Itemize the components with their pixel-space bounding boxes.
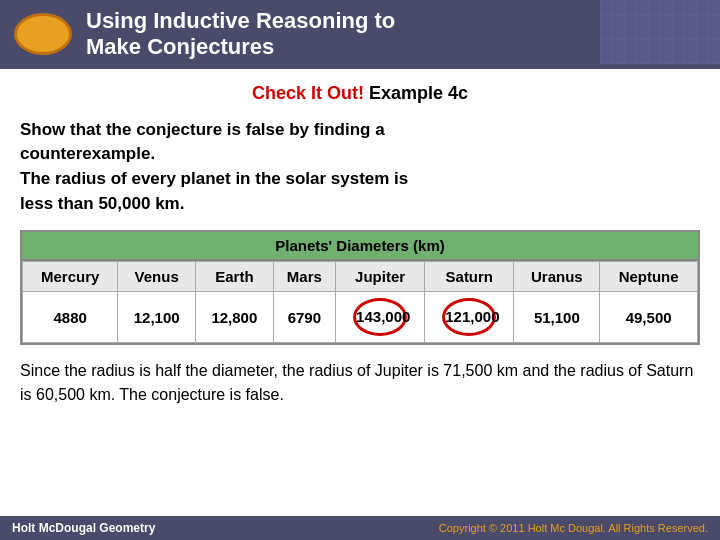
val-jupiter: 143,000 xyxy=(336,292,425,343)
col-venus: Venus xyxy=(118,262,196,292)
problem-line3: The radius of every planet in the solar … xyxy=(20,169,408,188)
footer-right: Copyright © 2011 Holt Mc Dougal. All Rig… xyxy=(439,522,708,534)
subheader: Check It Out! Example 4c xyxy=(20,83,700,104)
footer: Holt McDougal Geometry Copyright © 2011 … xyxy=(0,516,720,540)
check-label: Check It Out! xyxy=(252,83,364,103)
planets-table-container: Planets' Diameters (km) Mercury Venus Ea… xyxy=(20,230,700,345)
val-neptune: 49,500 xyxy=(600,292,698,343)
footer-left: Holt McDougal Geometry xyxy=(12,521,155,535)
val-uranus: 51,100 xyxy=(514,292,600,343)
problem-line4: less than 50,000 km. xyxy=(20,194,184,213)
header-title: Using Inductive Reasoning to Make Conjec… xyxy=(86,8,395,61)
content: Check It Out! Example 4c Show that the c… xyxy=(0,69,720,426)
table-title: Planets' Diameters (km) xyxy=(22,232,698,261)
val-venus: 12,100 xyxy=(118,292,196,343)
problem-line2: counterexample. xyxy=(20,144,155,163)
col-jupiter: Jupiter xyxy=(336,262,425,292)
col-mars: Mars xyxy=(273,262,335,292)
example-label: Example 4c xyxy=(364,83,468,103)
val-earth: 12,800 xyxy=(196,292,274,343)
header-title-line2: Make Conjectures xyxy=(86,34,274,59)
col-neptune: Neptune xyxy=(600,262,698,292)
col-mercury: Mercury xyxy=(23,262,118,292)
val-saturn: 121,000 xyxy=(425,292,514,343)
table-header-row: Mercury Venus Earth Mars Jupiter Saturn … xyxy=(23,262,698,292)
problem-line1: Show that the conjecture is false by fin… xyxy=(20,120,385,139)
val-mars: 6790 xyxy=(273,292,335,343)
conclusion-text: Since the radius is half the diameter, t… xyxy=(20,359,700,405)
table-data-row: 4880 12,100 12,800 6790 143,000 121,000 … xyxy=(23,292,698,343)
problem-text: Show that the conjecture is false by fin… xyxy=(20,118,700,217)
jupiter-highlight: 143,000 xyxy=(353,298,407,336)
saturn-highlight: 121,000 xyxy=(442,298,496,336)
header-title-line1: Using Inductive Reasoning to xyxy=(86,8,395,33)
header: Using Inductive Reasoning to Make Conjec… xyxy=(0,0,720,69)
header-oval xyxy=(14,13,72,55)
planets-table: Mercury Venus Earth Mars Jupiter Saturn … xyxy=(22,261,698,343)
col-saturn: Saturn xyxy=(425,262,514,292)
val-mercury: 4880 xyxy=(23,292,118,343)
col-uranus: Uranus xyxy=(514,262,600,292)
col-earth: Earth xyxy=(196,262,274,292)
